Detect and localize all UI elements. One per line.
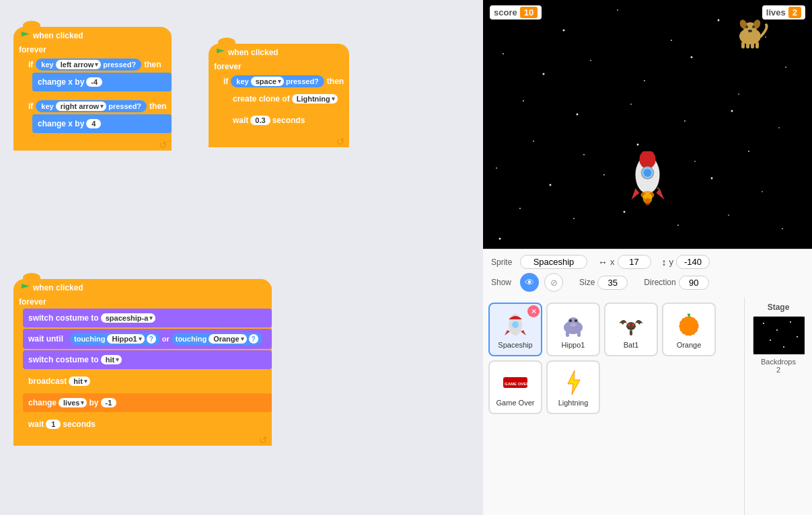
svg-point-43 [752,26,755,28]
script-1: when clicked forever if key left arrow▾ … [13,27,172,151]
svg-point-11 [691,56,693,58]
create-clone-block[interactable]: create clone of Lightning▾ [227,89,349,108]
sprite-info-panel: Sprite ↔ x ↕ y Show 👁 ⊘ Size [483,249,812,297]
delete-spaceship-button[interactable]: ✕ [527,305,540,317]
stage-thumbnail[interactable] [753,316,804,354]
right-panel: score 10 lives 2 [483,0,812,515]
sprite-thumb-lightning[interactable]: Lightning [546,360,600,414]
hat-block-3[interactable]: when clicked [13,279,272,295]
change-x-left-block[interactable]: change x by -4 [32,73,172,91]
right-arrow-dropdown[interactable]: right arrow▾ [56,102,106,111]
broadcast-dropdown[interactable]: hit▾ [69,377,89,386]
wait-value-2: 0.3 [250,116,270,125]
sprite-thumb-spaceship[interactable]: ✕ Spaceship [488,303,542,356]
svg-point-30 [762,191,763,192]
wait-block-2[interactable]: wait 0.3 seconds [227,111,349,130]
svg-point-12 [738,93,739,95]
hat-label-3: when clicked [33,283,83,292]
key-space-condition[interactable]: key space▾ pressed? [231,75,324,87]
size-input[interactable] [597,276,628,290]
forever-block-2: forever if key space▾ pressed? then [209,60,349,147]
svg-rect-48 [755,42,759,48]
sprite-thumb-hippo1[interactable]: Hippo1 [546,303,600,356]
x-arrows-icon: ↔ [598,257,607,268]
x-coord-input[interactable] [618,255,651,269]
svg-point-8 [543,73,545,75]
hat-block-1[interactable]: when clicked [13,27,172,43]
sprite-thumb-orange[interactable]: Orange [662,303,716,356]
svg-point-16 [630,104,632,105]
y-coord-group: ↕ y [662,255,710,269]
lives-var-dropdown[interactable]: lives▾ [59,398,87,407]
show-hidden-button[interactable]: ⊘ [544,273,563,292]
y-arrows-icon: ↕ [662,257,667,268]
sprite-thumb-bat1[interactable]: Bat1 [604,303,658,356]
svg-point-7 [503,53,504,54]
broadcast-block[interactable]: broadcast hit▾ [23,372,272,391]
game-hud: score 10 lives 2 [483,5,812,19]
wait-value-3: 1 [46,420,61,429]
svg-rect-45 [741,42,745,48]
direction-input[interactable] [679,276,709,290]
switch-costume-hit-block[interactable]: switch costume to hit▾ [23,350,272,369]
svg-point-10 [644,80,645,81]
clone-target-dropdown[interactable]: Lightning▾ [292,94,338,104]
costume-dropdown[interactable]: spaceship-a▾ [101,313,156,323]
sprite-name-input[interactable] [520,255,587,269]
lives-change-value: -1 [101,398,117,407]
hit-costume-dropdown[interactable]: hit▾ [101,355,122,364]
svg-point-67 [632,324,634,326]
svg-point-23 [694,161,696,162]
sprite-thumb-gameover[interactable]: GAME OVER Game Over [488,360,542,414]
score-label: score [494,7,517,17]
hippo-dropdown[interactable]: Hippo1▾ [107,334,144,344]
forever-body-1: if key left arrow▾ pressed? then change … [23,56,172,140]
touching-hippo-condition: touching Hippo1▾ ? [70,333,160,345]
orange-dropdown[interactable]: Orange▾ [209,334,247,344]
y-coord-input[interactable] [676,255,710,269]
bat1-thumbnail [616,310,646,340]
svg-point-66 [628,324,630,326]
hippo-question: ? [147,334,156,344]
orange-question: ? [249,334,258,344]
green-flag-icon-3 [22,284,30,292]
svg-point-44 [748,30,752,32]
change-x-right-block[interactable]: change x by 4 [32,114,172,133]
space-dropdown[interactable]: space▾ [251,77,284,86]
switch-costume-block[interactable]: switch costume to spaceship-a▾ [23,309,272,327]
svg-point-79 [783,346,784,348]
svg-point-55 [644,198,650,206]
lives-value: 2 [788,7,801,18]
svg-point-75 [776,329,778,331]
forever-label-1: forever [13,43,172,56]
hat-block-2[interactable]: when clicked [209,44,349,60]
wait-block-3[interactable]: wait 1 seconds [23,415,272,434]
svg-point-52 [643,169,651,177]
script-2: when clicked forever if key space▾ press… [209,44,349,147]
stage-panel-label: Stage [768,303,790,312]
y-coord-label: y [669,257,674,267]
key-right-condition[interactable]: key right arrow▾ pressed? [36,100,147,112]
green-flag-icon-2 [217,48,225,56]
forever-body-2: if key space▾ pressed? then create clone… [218,73,349,136]
left-arrow-dropdown[interactable]: left arrow▾ [56,60,102,69]
if-block-right: if key right arrow▾ pressed? then change… [23,98,172,138]
if-inner-right: change x by 4 [32,114,172,133]
if-foot-space [218,130,349,135]
if-label-space: if key space▾ pressed? then [218,73,349,89]
svg-point-36 [782,228,783,229]
key-left-condition[interactable]: key left arrow▾ pressed? [36,58,141,71]
change-lives-block[interactable]: change lives▾ by -1 [23,393,272,412]
show-row: Show 👁 ⊘ Size Direction [491,273,804,292]
svg-rect-46 [746,42,749,48]
svg-point-17 [684,120,686,122]
hat-label-2: when clicked [228,48,279,57]
wait-until-block[interactable]: wait until touching Hippo1▾ ? or touchin… [23,329,272,349]
dog-sprite [731,15,768,52]
show-visible-button[interactable]: 👁 [520,273,539,292]
backdrops-label: Backdrops 2 [761,358,796,374]
x-coord-group: ↔ x [598,255,651,269]
forever-body-3: switch costume to spaceship-a▾ wait unti… [23,309,272,435]
gameover-thumbnail: GAME OVER [501,368,530,397]
score-display: score 10 [490,5,542,19]
